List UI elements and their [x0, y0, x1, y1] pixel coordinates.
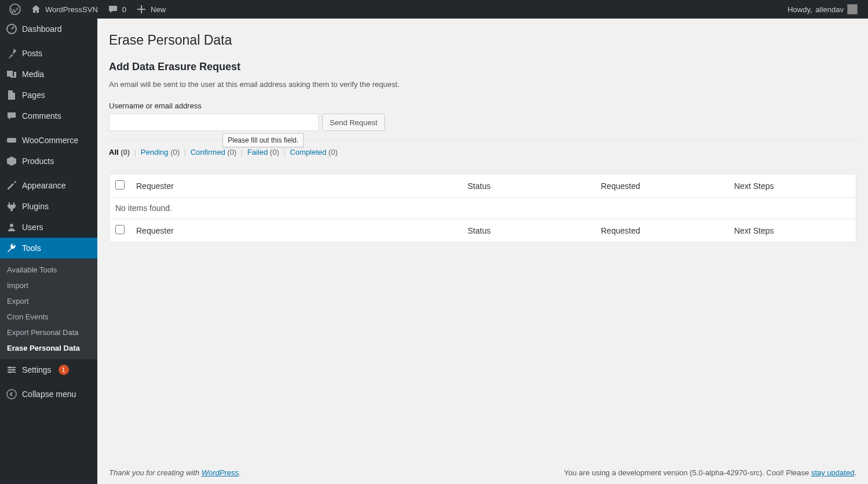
svg-point-3	[10, 224, 13, 227]
section-description: An email will be sent to the user at thi…	[109, 80, 856, 89]
svg-point-7	[9, 366, 11, 369]
menu-users[interactable]: Users	[0, 217, 97, 238]
comments-menu[interactable]: 0	[103, 0, 131, 19]
filter-pending[interactable]: Pending (0)	[141, 148, 180, 157]
section-title: Add Data Erasure Request	[109, 61, 856, 73]
menu-posts[interactable]: Posts	[0, 43, 97, 64]
menu-label: Dashboard	[22, 24, 62, 34]
menu-plugins[interactable]: Plugins	[0, 196, 97, 217]
new-content-menu[interactable]: New	[131, 0, 170, 19]
empty-message: No items found.	[110, 198, 856, 219]
menu-label: Products	[22, 157, 54, 166]
form-row: Send Request Please fill out this field.	[109, 114, 856, 131]
site-name-label: WordPressSVN	[45, 5, 98, 14]
col-requester[interactable]: Requester	[130, 174, 462, 198]
new-label: New	[151, 5, 166, 14]
home-icon	[30, 3, 42, 15]
username: allendav	[816, 5, 844, 14]
plugins-icon	[6, 201, 17, 212]
menu-appearance[interactable]: Appearance	[0, 175, 97, 196]
dashboard-icon	[6, 23, 17, 35]
users-icon	[6, 221, 17, 233]
validation-tooltip: Please fill out this field.	[223, 133, 304, 147]
settings-icon	[6, 364, 17, 376]
menu-label: Plugins	[22, 202, 49, 211]
status-filters: All (0) | Pending (0) | Confirmed (0) | …	[109, 148, 856, 157]
menu-media[interactable]: Media	[0, 64, 97, 85]
howdy-prefix: Howdy,	[787, 5, 812, 14]
comment-icon	[107, 3, 119, 15]
avatar	[847, 4, 858, 14]
products-icon	[6, 155, 17, 167]
send-request-button[interactable]: Send Request	[322, 114, 385, 131]
col-requested: Requested	[595, 174, 728, 198]
pin-icon	[6, 48, 17, 59]
page-title: Erase Personal Data	[109, 32, 856, 48]
appearance-icon	[6, 180, 17, 191]
menu-pages[interactable]: Pages	[0, 85, 97, 105]
menu-comments[interactable]: Comments	[0, 105, 97, 126]
submenu-export[interactable]: Export	[0, 293, 97, 309]
media-icon	[6, 68, 17, 80]
admin-sidebar: Dashboard Posts Media Pages Comments Woo…	[0, 19, 97, 484]
menu-products[interactable]: Products	[0, 151, 97, 172]
submenu-erase-personal-data[interactable]: Erase Personal Data	[0, 340, 97, 356]
wordpress-link[interactable]: WordPress	[202, 468, 239, 477]
menu-label: Posts	[22, 49, 42, 58]
content-area: Erase Personal Data Add Data Erasure Req…	[97, 0, 868, 484]
collapse-icon	[6, 388, 17, 400]
svg-point-8	[12, 369, 14, 371]
menu-label: Pages	[22, 90, 45, 100]
svg-point-10	[7, 390, 16, 399]
menu-dashboard[interactable]: Dashboard	[0, 19, 97, 39]
svg-point-9	[9, 371, 11, 373]
menu-label: Comments	[22, 111, 61, 121]
collapse-menu[interactable]: Collapse menu	[0, 384, 97, 405]
filter-completed[interactable]: Completed (0)	[290, 148, 337, 157]
col-next-steps: Next Steps	[728, 174, 856, 198]
stay-updated-link[interactable]: stay updated	[811, 468, 854, 477]
tools-submenu: Available Tools Import Export Cron Event…	[0, 259, 97, 359]
col-next-steps-foot: Next Steps	[728, 219, 856, 242]
col-requested-foot: Requested	[595, 219, 728, 242]
settings-badge: 1	[59, 365, 69, 375]
site-name-menu[interactable]: WordPressSVN	[25, 0, 103, 19]
col-status: Status	[462, 174, 595, 198]
field-label: Username or email address	[109, 101, 856, 110]
woo-icon	[6, 134, 17, 146]
menu-tools[interactable]: Tools	[0, 238, 97, 259]
username-email-input[interactable]	[109, 114, 319, 131]
col-status-foot: Status	[462, 219, 595, 242]
menu-label: Tools	[22, 243, 41, 253]
submenu-cron-events[interactable]: Cron Events	[0, 309, 97, 325]
comments-icon	[6, 110, 17, 122]
menu-label: Users	[22, 223, 43, 232]
footer-thanks: Thank you for creating with WordPress.	[109, 468, 241, 477]
tools-icon	[6, 242, 17, 254]
filter-failed[interactable]: Failed (0)	[247, 148, 279, 157]
footer-version: You are using a development version (5.0…	[564, 468, 856, 477]
menu-label: WooCommerce	[22, 136, 78, 145]
footer: Thank you for creating with WordPress. Y…	[109, 468, 856, 477]
menu-settings[interactable]: Settings1	[0, 359, 97, 380]
submenu-import[interactable]: Import	[0, 278, 97, 293]
submenu-export-personal-data[interactable]: Export Personal Data	[0, 325, 97, 340]
plus-icon	[136, 3, 147, 15]
my-account-menu[interactable]: Howdy, allendav	[783, 0, 860, 19]
menu-woocommerce[interactable]: WooCommerce	[0, 130, 97, 151]
wp-logo-menu[interactable]	[5, 0, 25, 19]
menu-label: Settings	[22, 365, 52, 374]
divider	[109, 140, 856, 141]
filter-confirmed[interactable]: Confirmed (0)	[191, 148, 236, 157]
svg-rect-2	[7, 138, 16, 143]
wordpress-icon	[9, 3, 21, 15]
submenu-available-tools[interactable]: Available Tools	[0, 262, 97, 278]
requests-table: Requester Status Requested Next Steps No…	[109, 174, 856, 242]
admin-bar: WordPressSVN 0 New Howdy, allendav	[0, 0, 868, 19]
col-requester-foot[interactable]: Requester	[130, 219, 462, 242]
select-all-checkbox-bottom[interactable]	[115, 225, 125, 234]
menu-label: Collapse menu	[22, 390, 76, 399]
menu-label: Appearance	[22, 181, 66, 190]
select-all-checkbox-top[interactable]	[115, 180, 125, 190]
filter-all[interactable]: All (0)	[109, 148, 130, 157]
